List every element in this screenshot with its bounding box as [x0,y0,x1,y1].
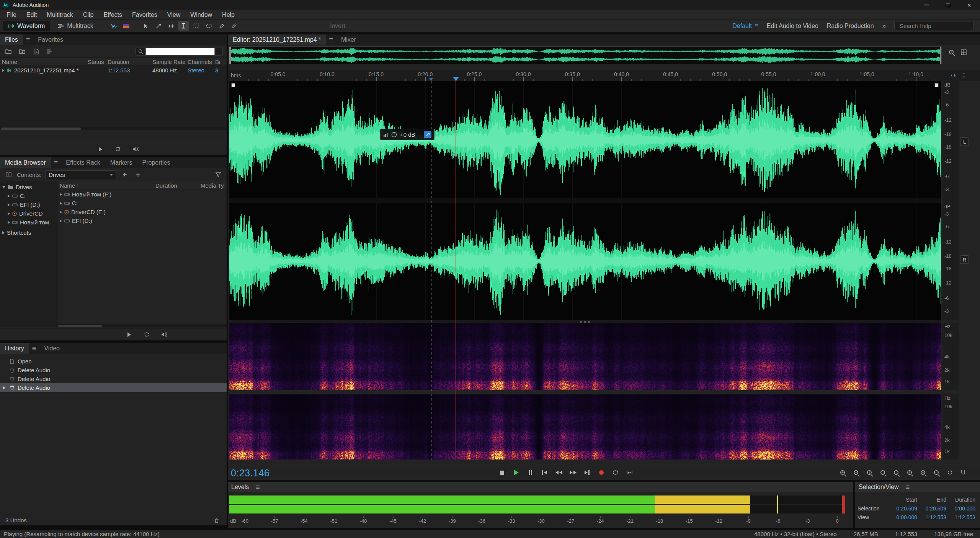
media-loop-icon[interactable] [142,330,151,339]
tab-media-browser[interactable]: Media Browser [0,157,51,168]
files-play-icon[interactable] [96,145,105,154]
tree-item-drive-efi[interactable]: EFI (D:) [0,200,57,209]
files-scrollbar-thumb[interactable] [1,128,81,130]
skip-selection-button[interactable] [623,468,636,477]
col-name[interactable]: Name↑ [57,182,153,189]
overview-zoom-icon[interactable]: + [947,48,955,56]
paintbrush-selection-tool-icon[interactable] [216,21,227,31]
tree-item-shortcuts[interactable]: Shortcuts [0,228,57,237]
add-shortcut-icon[interactable] [133,170,142,179]
selection-end-value[interactable]: 0:20.609 [919,505,948,512]
insert-into-multitrack-icon[interactable] [45,47,54,56]
levels-panel-menu-icon[interactable]: ≡ [253,483,263,491]
tab-editor[interactable]: Editor: 20251210_172251.mp4 * [228,34,326,45]
view-start-value[interactable]: 0:00.000 [890,514,919,520]
tab-favorites[interactable]: Favorites [33,34,68,45]
files-search-input[interactable] [145,48,215,55]
help-search-box[interactable] [894,22,974,30]
help-search-input[interactable] [900,23,976,29]
overview-right-handle[interactable] [940,47,941,64]
tab-mixer[interactable]: Mixer [336,34,361,45]
tree-item-drives[interactable]: Drives [0,183,57,191]
editor-grid-icon[interactable] [960,48,967,56]
media-row-c[interactable]: C: [57,199,227,208]
file-row[interactable]: 20251210_172251.mp4 * 1:12.553 48000 Hz … [0,66,227,75]
channel-left-badge[interactable]: L [960,137,969,146]
open-file-icon[interactable] [4,47,13,56]
menu-help[interactable]: Help [217,11,240,18]
zoom-out-amplitude-icon[interactable]: ↔ [877,468,888,477]
tab-effects-rack[interactable]: Effects Rack [61,157,105,168]
tree-item-drive-c[interactable]: C: [0,191,57,200]
maximize-button[interactable] [937,0,959,10]
slip-tool-icon[interactable] [166,21,176,31]
view-duration-value[interactable]: 1:12.553 [948,514,977,520]
files-search-box[interactable] [136,47,223,56]
col-sample-rate[interactable]: Sample Rate [150,59,186,65]
tab-history[interactable]: History [0,343,29,354]
zoom-out-point-icon[interactable]: ] [904,468,915,477]
waveform-view-button[interactable]: Waveform [3,21,50,31]
rewind-button[interactable] [552,468,565,477]
tab-markers[interactable]: Markers [105,157,137,168]
files-autoplay-speaker-icon[interactable] [131,145,140,154]
horizontal-zoom-icon[interactable] [949,72,957,79]
menu-multitrack[interactable]: Multitrack [42,11,78,18]
overview-strip[interactable] [229,46,942,64]
col-status[interactable]: Status [86,59,106,65]
back-icon[interactable] [120,170,129,179]
workspace-radio-production[interactable]: Radio Production [827,23,874,29]
collapse-chevron-icon[interactable] [2,186,5,188]
zoom-out-full-icon[interactable]: ○ [931,468,942,477]
media-play-icon[interactable] [124,330,134,339]
media-row-d[interactable]: EFI (D:) [57,216,227,225]
expand-chevron-icon[interactable] [8,203,10,206]
expand-chevron-icon[interactable] [2,231,5,234]
zoom-in-time-icon[interactable]: + [837,468,848,477]
filter-icon[interactable] [214,170,223,179]
selection-start-value[interactable]: 0:20.609 [890,505,919,512]
expand-chevron-icon[interactable] [8,221,10,224]
history-item-open[interactable]: Open [0,357,227,366]
col-duration[interactable]: Duration [153,182,198,189]
pause-button[interactable] [524,468,537,477]
overview-left-handle[interactable] [229,47,231,64]
refresh-view-icon[interactable] [944,468,955,477]
gain-hud[interactable]: +0 dB [380,129,434,140]
import-file-icon[interactable] [18,47,27,56]
tree-item-drive-f[interactable]: Новый том [0,218,57,227]
media-panel-menu-icon[interactable]: ≡ [51,157,61,168]
multitrack-view-button[interactable]: Multitrack [53,21,98,31]
panel-view-icon[interactable] [4,170,13,179]
level-meter-left[interactable] [229,495,842,504]
tab-files[interactable]: Files [0,34,23,45]
menu-file[interactable]: File [2,11,21,18]
time-selection-tool-icon[interactable] [178,21,189,31]
menu-view[interactable]: View [162,11,185,18]
media-autoplay-speaker-icon[interactable] [160,330,169,339]
menu-window[interactable]: Window [185,11,217,18]
wave-spectral-splitter[interactable]: ● ● ● [229,320,941,323]
move-playhead-next-button[interactable] [581,468,593,477]
history-item-delete-3[interactable]: Delete Audio [0,383,227,392]
col-duration[interactable]: Duration [106,59,150,65]
spot-healing-brush-tool-icon[interactable] [229,21,240,31]
col-bit-depth[interactable]: Bi [213,59,227,65]
channel-right-badge[interactable]: R [960,255,969,264]
lasso-selection-tool-icon[interactable] [204,21,214,31]
expand-chevron-icon[interactable] [60,211,62,214]
spectrogram-left[interactable] [229,323,941,390]
history-item-delete-1[interactable]: Delete Audio [0,366,227,374]
move-playhead-previous-button[interactable] [538,468,551,477]
move-tool-icon[interactable] [140,21,151,31]
menu-clip[interactable]: Clip [78,11,99,18]
media-horizontal-scrollbar[interactable] [57,324,227,327]
workspace-edit-audio-to-video[interactable]: Edit Audio to Video [767,23,818,29]
fast-forward-button[interactable] [567,468,579,477]
history-item-delete-2[interactable]: Delete Audio [0,374,227,383]
col-channels[interactable]: Channels [186,59,213,65]
close-button[interactable]: × [959,0,980,10]
vertical-zoom-icon[interactable] [960,72,968,79]
zoom-out-time-icon[interactable]: − [851,468,861,477]
zoom-in-point-icon[interactable]: [ [891,468,902,477]
